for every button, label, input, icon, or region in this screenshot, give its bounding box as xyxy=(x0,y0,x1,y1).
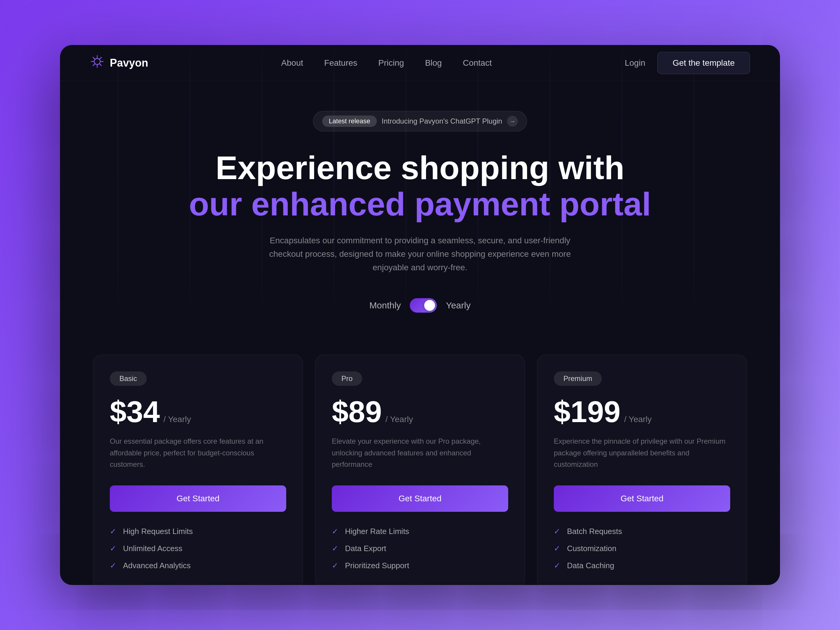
basic-description: Our essential package offers core featur… xyxy=(110,436,286,470)
logo-icon xyxy=(90,54,104,71)
hero-section: Latest release Introducing Pavyon's Chat… xyxy=(60,81,780,355)
hero-title: Experience shopping with our enhanced pa… xyxy=(90,149,750,222)
basic-feature-2: ✓ Unlimited Access xyxy=(110,544,286,553)
hero-subtitle: Encapsulates our commitment to providing… xyxy=(255,234,585,274)
feature-label: Data Export xyxy=(345,544,386,553)
announcement-badge[interactable]: Latest release Introducing Pavyon's Chat… xyxy=(313,111,527,131)
feature-label: Data Caching xyxy=(567,561,614,570)
navbar: Pavyon About Features Pricing Blog Conta… xyxy=(60,45,780,81)
pricing-card-pro: Pro $89 / Yearly Elevate your experience… xyxy=(315,355,525,585)
pro-plan-name: Pro xyxy=(341,374,352,383)
pro-feature-2: ✓ Data Export xyxy=(332,544,508,553)
get-template-button[interactable]: Get the template xyxy=(657,52,750,74)
check-icon: ✓ xyxy=(554,561,561,570)
nav-pricing[interactable]: Pricing xyxy=(378,58,404,68)
pro-feature-1: ✓ Higher Rate Limits xyxy=(332,527,508,536)
nav-contact[interactable]: Contact xyxy=(463,58,492,68)
nav-links: About Features Pricing Blog Contact xyxy=(281,58,492,68)
premium-feature-2: ✓ Customization xyxy=(554,544,730,553)
premium-price-period: / Yearly xyxy=(624,415,652,424)
feature-label: Advanced Analytics xyxy=(123,561,191,570)
basic-plan-name: Basic xyxy=(119,374,137,383)
pro-get-started-button[interactable]: Get Started xyxy=(332,485,508,512)
logo[interactable]: Pavyon xyxy=(90,54,148,71)
feature-label: Prioritized Support xyxy=(345,561,409,570)
check-icon: ✓ xyxy=(332,544,338,553)
basic-plan-badge: Basic xyxy=(110,371,147,386)
feature-label: High Request Limits xyxy=(123,527,193,536)
premium-feature-3: ✓ Data Caching xyxy=(554,561,730,570)
logo-text: Pavyon xyxy=(110,57,148,69)
badge-text: Introducing Pavyon's ChatGPT Plugin xyxy=(382,117,502,125)
basic-price: $34 / Yearly xyxy=(110,396,286,426)
basic-feature-3: ✓ Advanced Analytics xyxy=(110,561,286,570)
premium-plan-name: Premium xyxy=(564,374,592,383)
badge-arrow-icon: → xyxy=(507,116,518,126)
yearly-label: Yearly xyxy=(446,300,471,311)
nav-features[interactable]: Features xyxy=(324,58,358,68)
basic-features: ✓ High Request Limits ✓ Unlimited Access… xyxy=(110,527,286,570)
basic-feature-1: ✓ High Request Limits xyxy=(110,527,286,536)
pro-price-amount: $89 xyxy=(332,396,382,426)
check-icon: ✓ xyxy=(332,561,338,570)
toggle-thumb xyxy=(424,300,435,311)
check-icon: ✓ xyxy=(554,527,561,536)
check-icon: ✓ xyxy=(110,561,117,570)
pricing-section: Basic $34 / Yearly Our essential package… xyxy=(60,355,780,585)
premium-description: Experience the pinnacle of privilege wit… xyxy=(554,436,730,470)
pro-features: ✓ Higher Rate Limits ✓ Data Export ✓ Pri… xyxy=(332,527,508,570)
pricing-card-basic: Basic $34 / Yearly Our essential package… xyxy=(93,355,303,585)
billing-toggle-switch[interactable] xyxy=(410,298,437,313)
basic-get-started-button[interactable]: Get Started xyxy=(110,485,286,512)
monthly-label: Monthly xyxy=(369,300,401,311)
basic-price-amount: $34 xyxy=(110,396,160,426)
svg-line-5 xyxy=(93,57,95,59)
basic-price-period: / Yearly xyxy=(164,415,191,424)
pro-price: $89 / Yearly xyxy=(332,396,508,426)
premium-get-started-button[interactable]: Get Started xyxy=(554,485,730,512)
badge-label: Latest release xyxy=(322,115,377,127)
svg-line-6 xyxy=(99,63,101,66)
browser-window: Pavyon About Features Pricing Blog Conta… xyxy=(60,45,780,585)
premium-features: ✓ Batch Requests ✓ Customization ✓ Data … xyxy=(554,527,730,570)
nav-actions: Login Get the template xyxy=(625,52,750,74)
pro-price-period: / Yearly xyxy=(385,415,413,424)
svg-line-8 xyxy=(93,63,95,66)
nav-about[interactable]: About xyxy=(281,58,303,68)
svg-line-7 xyxy=(99,57,101,59)
pro-feature-3: ✓ Prioritized Support xyxy=(332,561,508,570)
check-icon: ✓ xyxy=(110,544,117,553)
feature-label: Unlimited Access xyxy=(123,544,182,553)
pro-description: Elevate your experience with our Pro pac… xyxy=(332,436,508,470)
check-icon: ✓ xyxy=(554,544,561,553)
feature-label: Batch Requests xyxy=(567,527,622,536)
premium-price: $199 / Yearly xyxy=(554,396,730,426)
nav-blog[interactable]: Blog xyxy=(425,58,442,68)
hero-title-line1: Experience shopping with xyxy=(216,149,625,186)
premium-price-amount: $199 xyxy=(554,396,621,426)
billing-toggle: Monthly Yearly xyxy=(90,298,750,313)
premium-feature-1: ✓ Batch Requests xyxy=(554,527,730,536)
check-icon: ✓ xyxy=(110,527,117,536)
login-link[interactable]: Login xyxy=(625,58,645,68)
premium-plan-badge: Premium xyxy=(554,371,602,386)
feature-label: Customization xyxy=(567,544,616,553)
pro-plan-badge: Pro xyxy=(332,371,362,386)
check-icon: ✓ xyxy=(332,527,338,536)
pricing-card-premium: Premium $199 / Yearly Experience the pin… xyxy=(537,355,747,585)
feature-label: Higher Rate Limits xyxy=(345,527,409,536)
hero-title-line2: our enhanced payment portal xyxy=(189,185,651,222)
